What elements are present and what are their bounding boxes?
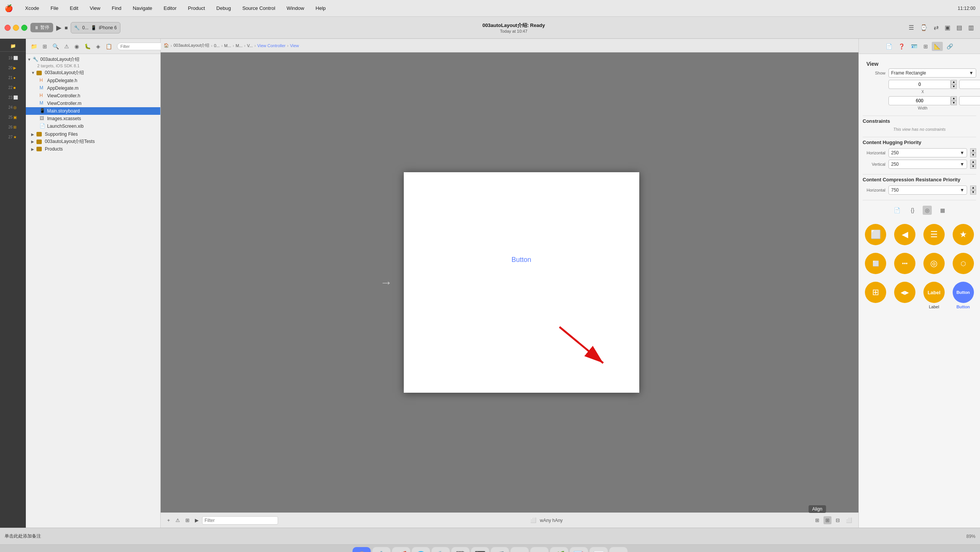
close-button[interactable] [5,25,11,31]
dock-safari[interactable]: 🌐 [412,547,430,552]
y-input[interactable] [959,80,980,89]
file-images-xcassets[interactable]: 🖼 Images.xcassets [26,115,160,123]
file-launchscreen-xib[interactable]: 📄 LaunchScreen.xib [26,123,160,130]
x-up-btn[interactable]: ▲ [951,80,957,85]
compression-h-up-btn[interactable]: ▲ [970,185,976,190]
dock-itunes[interactable]: 🎵 [491,547,509,552]
group-item[interactable]: ▼ 003autoLayout介绍 [26,69,160,77]
menu-file[interactable]: File [48,5,61,12]
obj-item-view[interactable]: ⬜ [862,222,889,248]
dock-launchpad[interactable]: 🚀 [392,547,410,552]
menu-window[interactable]: Window [285,5,307,12]
breadcrumb-item-6[interactable]: View [290,43,299,48]
editor-assistant-button[interactable]: ▤ [955,22,964,33]
menu-find[interactable]: Find [110,5,123,12]
file-appdelegate-m[interactable]: M AppDelegate.m [26,85,160,92]
dock-system-prefs[interactable]: ⚙️ [372,547,390,552]
breadcrumb-item-1[interactable]: 0... [214,43,220,48]
stop-button[interactable]: ■ [65,25,68,31]
nav-warning-icon-btn[interactable]: ⚠ [62,42,71,51]
dock-finder[interactable]: 😊 [353,547,371,552]
nav-breakpoint-icon-btn[interactable]: ◈ [94,42,102,51]
file-inspector-btn[interactable]: 📄 [883,42,894,51]
breadcrumb-item-4[interactable]: V... [247,43,253,48]
button-label[interactable]: Button [511,256,531,264]
width-up-btn[interactable]: ▲ [951,96,957,101]
jump-bar-button[interactable]: ⌚ [918,22,929,33]
menu-source-control[interactable]: Source Control [240,5,278,12]
width-stepper[interactable]: ▲ ▼ [951,96,957,105]
obj-item-star[interactable]: ★ [950,222,976,248]
attributes-inspector-btn[interactable]: ⊞ [921,42,930,51]
menu-view[interactable]: View [88,5,103,12]
menu-product[interactable]: Product [186,5,207,12]
pin-button[interactable]: ⊞ [824,516,832,524]
file-appdelegate-h[interactable]: H AppDelegate.h [26,77,160,85]
editor-version-button[interactable]: ▥ [967,22,975,33]
dock-sourcetree[interactable]: 🌿 [550,547,568,552]
group-supporting-files[interactable]: ▶ Supporting Files [26,131,160,138]
dock-terminal[interactable]: ⬛ [471,547,489,552]
compression-horizontal-select[interactable]: 750 ▼ [888,185,967,195]
nav-test-icon-btn[interactable]: ◉ [73,42,81,51]
group-tests[interactable]: ▶ 003autoLayout介绍Tests [26,138,160,145]
hugging-h-up-btn[interactable]: ▲ [970,148,976,153]
back-forward-button[interactable]: ⇄ [932,22,940,33]
obj-item-label[interactable]: Label Label [921,280,947,311]
minimize-button[interactable] [13,25,19,31]
resolve-button[interactable]: ⊟ [834,516,842,524]
hugging-horizontal-select[interactable]: 250 ▼ [888,148,967,157]
nav-folder-icon-btn[interactable]: 📁 [29,42,39,51]
compression-h-down-btn[interactable]: ▼ [970,190,976,195]
height-input[interactable] [959,96,980,105]
obj-item-view2[interactable]: ⬜ [862,251,889,277]
inspector-type-circle-btn[interactable]: ◎ [923,206,932,215]
align-button[interactable]: ⊞ Align [813,516,821,524]
obj-item-list[interactable]: ☰ [921,222,947,248]
hugging-v-down-btn[interactable]: ▼ [970,164,976,169]
zoom-button[interactable]: ⊞ [183,516,191,524]
auto-play-button[interactable]: ▶ [193,516,200,524]
dock-word[interactable]: 📝 [570,547,588,552]
width-down-btn[interactable]: ▼ [951,101,957,105]
nav-search-icon-btn[interactable]: 🔍 [51,42,61,51]
group-products[interactable]: ▶ Products [26,145,160,152]
add-object-button[interactable]: + [165,516,172,524]
hugging-vertical-select[interactable]: 250 ▼ [888,160,967,169]
dock-xcode[interactable]: 🔨 [431,547,450,552]
menu-debug[interactable]: Debug [214,5,233,12]
ios-device-canvas[interactable]: Button [404,172,639,393]
menu-edit[interactable]: Edit [68,5,81,12]
dock-trash[interactable]: 🗑 [609,547,627,552]
error-button[interactable]: ⚠ [173,516,182,524]
obj-item-grid[interactable]: ⊞ [862,280,889,311]
obj-item-dots[interactable]: ••• [892,251,918,277]
inspector-type-table-btn[interactable]: ▦ [938,206,947,215]
obj-item-cube[interactable]: ⬡ [950,251,976,277]
pause-button[interactable]: ⏸ 暂停 [30,23,53,32]
hugging-v-up-btn[interactable]: ▲ [970,160,976,164]
inspector-type-braces-btn[interactable]: {} [908,206,916,215]
show-select[interactable]: Frame Rectangle ▼ [888,69,976,78]
dock-filezilla[interactable]: 🗂 [530,547,549,552]
panel-toggle-left-btn[interactable]: ⬜ [528,516,538,524]
nav-report-icon-btn[interactable]: 📋 [104,42,114,51]
x-input[interactable] [888,80,951,89]
hugging-vertical-stepper[interactable]: ▲ ▼ [970,160,976,169]
quick-help-btn[interactable]: ❓ [896,42,907,51]
project-root-item[interactable]: ▼ 🔧 003autoLayout介绍 [26,56,160,64]
x-down-btn[interactable]: ▼ [951,85,957,89]
nav-symbol-icon-btn[interactable]: ⊞ [41,42,49,51]
identity-inspector-btn[interactable]: 🪪 [908,42,920,51]
menu-editor[interactable]: Editor [161,5,179,12]
resizable-button[interactable]: ⬜ [844,516,854,524]
editor-single-button[interactable]: ▣ [943,22,952,33]
hugging-horizontal-stepper[interactable]: ▲ ▼ [970,148,976,157]
dock-onenote[interactable]: 📓 [451,547,469,552]
scheme-selector[interactable]: 🔧 0... 📱 iPhone 6 [71,22,120,34]
breadcrumb-item-2[interactable]: M... [224,43,231,48]
width-input[interactable] [888,96,951,105]
breadcrumb-item-0[interactable]: 003autoLayout介绍 [173,43,210,48]
dock-instruments[interactable]: 📊 [590,547,608,552]
menu-xcode[interactable]: Xcode [23,5,41,12]
